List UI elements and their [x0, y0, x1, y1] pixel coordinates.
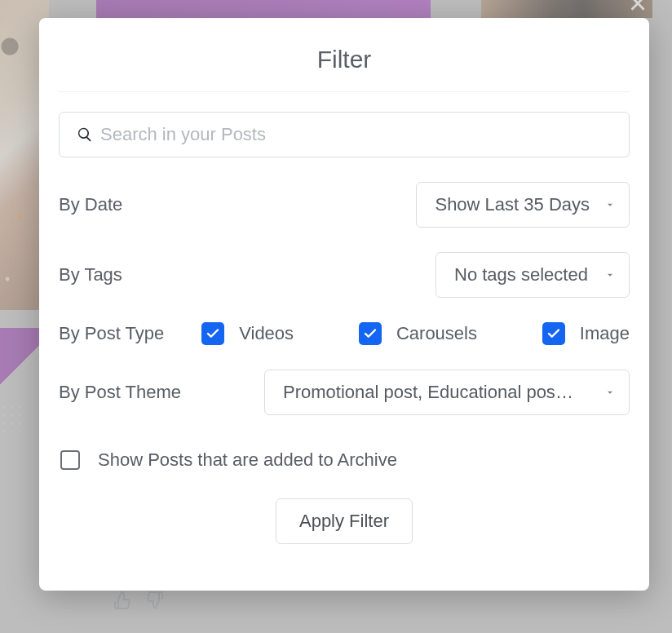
checkbox-archive[interactable]	[60, 450, 80, 470]
by-posttype-label: By Post Type	[59, 323, 164, 344]
tags-select-value: No tags selected	[454, 264, 588, 286]
divider	[59, 91, 630, 92]
chevron-down-icon	[604, 264, 616, 286]
check-icon	[206, 326, 220, 341]
date-select[interactable]: Show Last 35 Days	[416, 182, 630, 228]
chevron-down-icon	[604, 382, 616, 403]
posttype-image: Image	[542, 322, 630, 345]
checkbox-videos[interactable]	[201, 322, 224, 345]
by-posttheme-label: By Post Theme	[59, 382, 181, 403]
posttype-videos: Videos	[201, 322, 294, 345]
by-posttype-row: By Post Type Videos Carousels Image	[59, 322, 630, 345]
check-icon	[363, 326, 378, 341]
archive-label: Show Posts that are added to Archive	[98, 449, 397, 471]
by-date-label: By Date	[59, 194, 122, 215]
apply-filter-button[interactable]: Apply Filter	[276, 498, 413, 544]
tags-select[interactable]: No tags selected	[435, 252, 630, 298]
search-icon	[77, 126, 93, 143]
by-tags-label: By Tags	[59, 264, 122, 286]
modal-title: Filter	[59, 46, 630, 91]
by-tags-row: By Tags No tags selected	[59, 252, 630, 298]
by-date-row: By Date Show Last 35 Days	[59, 182, 630, 228]
checkbox-videos-label: Videos	[239, 323, 294, 344]
search-input[interactable]	[59, 112, 630, 157]
by-posttheme-row: By Post Theme Promotional post, Educatio…	[59, 370, 630, 415]
posttype-carousels: Carousels	[359, 322, 477, 345]
checkbox-image-label: Image	[580, 323, 630, 344]
filter-modal: Filter By Date Show Last 35 Days By Tags…	[39, 18, 649, 591]
checkbox-carousels-label: Carousels	[396, 323, 477, 344]
date-select-value: Show Last 35 Days	[435, 194, 590, 215]
posttheme-select[interactable]: Promotional post, Educational post,…	[264, 370, 630, 415]
posttheme-select-value: Promotional post, Educational post,…	[283, 382, 577, 403]
checkbox-image[interactable]	[542, 322, 565, 345]
search-field-wrapper	[59, 112, 630, 157]
checkbox-carousels[interactable]	[359, 322, 382, 345]
check-icon	[546, 326, 561, 341]
chevron-down-icon	[604, 194, 616, 215]
archive-row: Show Posts that are added to Archive	[59, 449, 630, 471]
